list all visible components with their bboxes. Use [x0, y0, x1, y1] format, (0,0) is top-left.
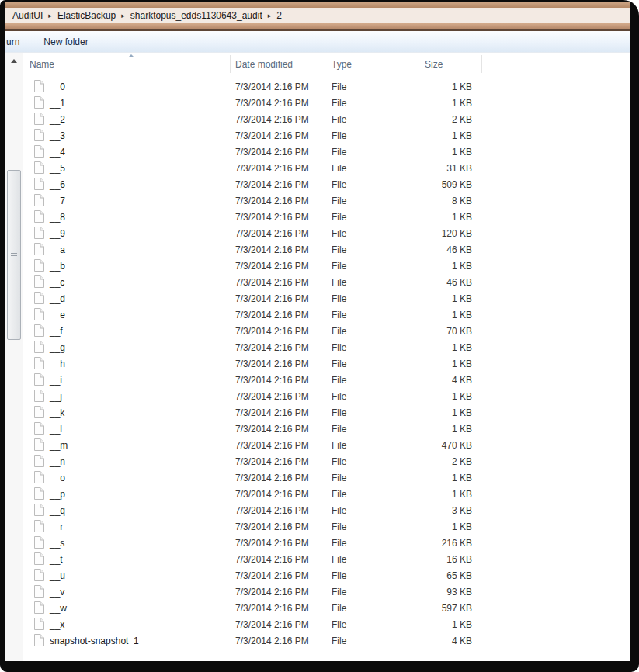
- file-name: __j: [50, 391, 62, 402]
- scrollbar-thumb[interactable]: [7, 170, 21, 340]
- file-type: File: [332, 196, 346, 206]
- file-name: __u: [50, 570, 65, 581]
- file-size: 4 KB: [394, 636, 472, 646]
- table-row[interactable]: __h 7/3/2014 2:16 PM File 1 KB: [24, 355, 630, 372]
- file-type: File: [332, 212, 346, 223]
- file-size: 2 KB: [394, 114, 472, 125]
- table-row[interactable]: __v 7/3/2014 2:16 PM File 93 KB: [24, 584, 630, 600]
- burn-button[interactable]: urn: [5, 36, 19, 47]
- file-name: __8: [50, 212, 65, 223]
- file-name: __f: [50, 326, 63, 337]
- table-row[interactable]: __w 7/3/2014 2:16 PM File 597 KB: [24, 600, 630, 616]
- file-date-modified: 7/3/2014 2:16 PM: [235, 505, 309, 516]
- table-row[interactable]: __f 7/3/2014 2:16 PM File 70 KB: [24, 323, 630, 339]
- table-row[interactable]: __e 7/3/2014 2:16 PM File 1 KB: [24, 307, 630, 323]
- file-icon: [34, 113, 44, 125]
- file-date-modified: 7/3/2014 2:16 PM: [235, 424, 309, 435]
- file-name: __a: [50, 244, 65, 255]
- column-header-size[interactable]: Size: [425, 59, 443, 70]
- file-icon: [34, 504, 44, 516]
- table-row[interactable]: __8 7/3/2014 2:16 PM File 1 KB: [24, 209, 630, 225]
- table-row[interactable]: __k 7/3/2014 2:16 PM File 1 KB: [24, 404, 630, 421]
- file-date-modified: 7/3/2014 2:16 PM: [235, 244, 309, 255]
- table-row[interactable]: __5 7/3/2014 2:16 PM File 31 KB: [24, 160, 630, 176]
- table-row[interactable]: __d 7/3/2014 2:16 PM File 1 KB: [24, 290, 630, 307]
- column-separator[interactable]: [481, 55, 482, 73]
- left-scrollbar[interactable]: [5, 53, 23, 661]
- table-row[interactable]: __p 7/3/2014 2:16 PM File 1 KB: [24, 486, 630, 502]
- table-row[interactable]: __u 7/3/2014 2:16 PM File 65 KB: [24, 567, 630, 584]
- table-row[interactable]: __3 7/3/2014 2:16 PM File 1 KB: [24, 127, 630, 144]
- column-separator[interactable]: [325, 55, 325, 73]
- file-type: File: [332, 359, 346, 369]
- breadcrumb-item-audit-folder[interactable]: sharktopus_edds1130643_audit: [129, 10, 264, 21]
- file-date-modified: 7/3/2014 2:16 PM: [235, 570, 309, 581]
- breadcrumb-item-auditui[interactable]: AuditUI: [11, 10, 44, 21]
- table-row[interactable]: __m 7/3/2014 2:16 PM File 470 KB: [24, 437, 630, 453]
- file-size: 46 KB: [394, 277, 472, 288]
- address-bar[interactable]: AuditUI ElasticBackup sharktopus_edds113…: [5, 8, 630, 23]
- breadcrumb-item-elasticbackup[interactable]: ElasticBackup: [56, 10, 117, 21]
- table-row[interactable]: __7 7/3/2014 2:16 PM File 8 KB: [24, 192, 630, 209]
- file-size: 1 KB: [394, 407, 472, 418]
- file-name: __o: [50, 473, 65, 483]
- file-type: File: [332, 636, 346, 646]
- file-date-modified: 7/3/2014 2:16 PM: [235, 391, 309, 402]
- table-row[interactable]: __2 7/3/2014 2:16 PM File 2 KB: [24, 111, 630, 127]
- table-row[interactable]: __i 7/3/2014 2:16 PM File 4 KB: [24, 372, 630, 388]
- table-row[interactable]: __6 7/3/2014 2:16 PM File 509 KB: [24, 176, 630, 192]
- table-row[interactable]: __c 7/3/2014 2:16 PM File 46 KB: [24, 274, 630, 290]
- file-date-modified: 7/3/2014 2:16 PM: [235, 554, 309, 565]
- file-icon: [34, 210, 44, 223]
- file-name: __s: [50, 538, 64, 549]
- table-row[interactable]: __q 7/3/2014 2:16 PM File 3 KB: [24, 502, 630, 518]
- file-icon: [34, 569, 44, 581]
- table-row[interactable]: __j 7/3/2014 2:16 PM File 1 KB: [24, 388, 630, 404]
- table-row[interactable]: __b 7/3/2014 2:16 PM File 1 KB: [24, 258, 630, 274]
- file-icon: [34, 520, 44, 532]
- file-date-modified: 7/3/2014 2:16 PM: [235, 473, 309, 483]
- breadcrumb-item-2[interactable]: 2: [275, 10, 283, 21]
- file-name: __x: [50, 619, 64, 630]
- file-type: File: [332, 326, 346, 337]
- column-header-date-modified[interactable]: Date modified: [235, 59, 293, 70]
- file-type: File: [332, 521, 346, 532]
- table-row[interactable]: __l 7/3/2014 2:16 PM File 1 KB: [24, 421, 630, 437]
- table-row[interactable]: __a 7/3/2014 2:16 PM File 46 KB: [24, 241, 630, 258]
- table-row[interactable]: __s 7/3/2014 2:16 PM File 216 KB: [24, 535, 630, 551]
- file-icon: [34, 194, 44, 206]
- table-row[interactable]: __1 7/3/2014 2:16 PM File 1 KB: [24, 95, 630, 111]
- file-size: 470 KB: [394, 440, 472, 451]
- table-row[interactable]: __x 7/3/2014 2:16 PM File 1 KB: [24, 616, 630, 632]
- table-row[interactable]: __o 7/3/2014 2:16 PM File 1 KB: [24, 469, 630, 486]
- table-row[interactable]: __t 7/3/2014 2:16 PM File 16 KB: [24, 551, 630, 567]
- file-name: __q: [50, 505, 65, 516]
- file-type: File: [332, 424, 346, 435]
- table-row[interactable]: __4 7/3/2014 2:16 PM File 1 KB: [24, 144, 630, 160]
- column-separator[interactable]: [422, 55, 422, 73]
- scroll-up-icon: [11, 59, 17, 63]
- table-row[interactable]: __0 7/3/2014 2:16 PM File 1 KB: [24, 78, 630, 95]
- column-header-type[interactable]: Type: [332, 59, 352, 70]
- file-name: __4: [50, 147, 65, 158]
- file-type: File: [332, 228, 346, 239]
- new-folder-button[interactable]: New folder: [43, 36, 88, 47]
- file-size: 31 KB: [394, 163, 472, 174]
- file-size: 1 KB: [394, 521, 472, 532]
- column-separator[interactable]: [230, 55, 231, 73]
- file-rows: __0 7/3/2014 2:16 PM File 1 KB __1 7/3/2…: [24, 78, 630, 649]
- file-size: 509 KB: [394, 179, 472, 190]
- table-row[interactable]: __n 7/3/2014 2:16 PM File 2 KB: [24, 453, 630, 469]
- file-icon: [34, 585, 44, 598]
- table-row[interactable]: __9 7/3/2014 2:16 PM File 120 KB: [24, 225, 630, 241]
- scroll-up-button[interactable]: [5, 56, 23, 65]
- table-row[interactable]: snapshot-snapshot_1 7/3/2014 2:16 PM Fil…: [24, 632, 630, 649]
- address-bar-bottom-band: [5, 23, 630, 31]
- file-icon: [34, 422, 44, 435]
- file-type: File: [332, 538, 346, 549]
- table-row[interactable]: __r 7/3/2014 2:16 PM File 1 KB: [24, 518, 630, 535]
- table-row[interactable]: __g 7/3/2014 2:16 PM File 1 KB: [24, 339, 630, 355]
- file-type: File: [332, 619, 346, 630]
- file-type: File: [332, 407, 346, 418]
- column-header-name[interactable]: Name: [30, 59, 54, 70]
